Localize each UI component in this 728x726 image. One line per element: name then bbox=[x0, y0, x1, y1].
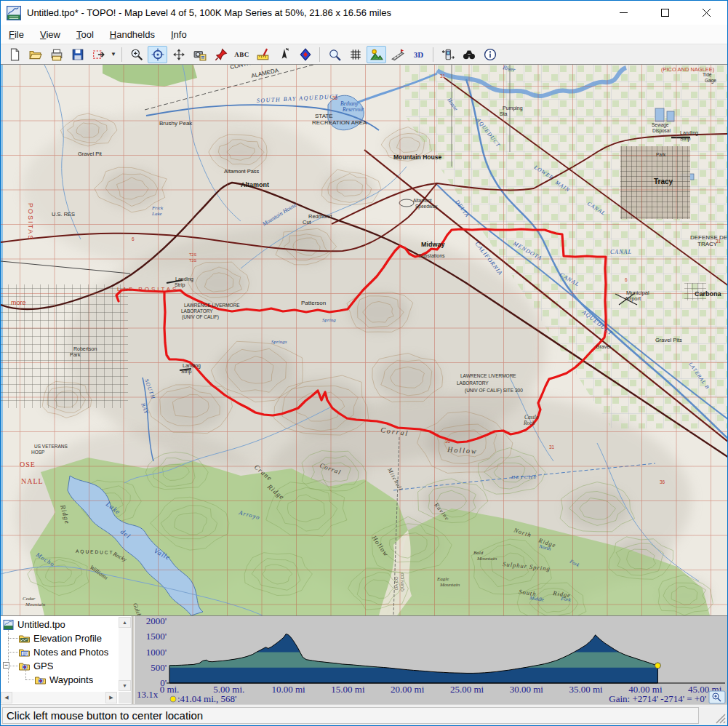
svg-text:LABORATORY: LABORATORY bbox=[181, 308, 213, 314]
cursor-marker-icon bbox=[170, 696, 176, 702]
measure-ruler-button[interactable] bbox=[253, 46, 273, 63]
compass-north-button[interactable] bbox=[274, 46, 294, 63]
minimize-button[interactable] bbox=[603, 1, 644, 25]
svg-text:T2S: T2S bbox=[189, 252, 196, 257]
find-binoculars-button[interactable] bbox=[459, 46, 479, 63]
profile-route-icon bbox=[391, 48, 404, 61]
info-circle-icon bbox=[484, 48, 497, 61]
compass-north-icon bbox=[278, 48, 291, 61]
gps-transfer-button[interactable] bbox=[438, 46, 457, 63]
svg-text:US VETERANS: US VETERANS bbox=[34, 444, 68, 449]
svg-text:Landing: Landing bbox=[183, 363, 201, 369]
svg-text:Altamont Pass: Altamont Pass bbox=[224, 168, 260, 175]
menu-item-view[interactable]: View bbox=[32, 26, 68, 43]
info-circle-button[interactable] bbox=[480, 46, 500, 63]
tree-scrollbar-horizontal[interactable] bbox=[12, 692, 105, 703]
maximize-button[interactable] bbox=[644, 1, 686, 25]
map-grid-icon bbox=[349, 48, 362, 61]
save-icon bbox=[71, 48, 84, 61]
svg-text:15.00 mi: 15.00 mi bbox=[331, 684, 365, 695]
preview-magnifier-icon bbox=[328, 48, 341, 61]
svg-text:Brushy Peak: Brushy Peak bbox=[159, 120, 193, 127]
toolbar-separator bbox=[121, 47, 122, 62]
resize-grip[interactable] bbox=[716, 714, 726, 724]
export-dropdown-caret[interactable]: ▼ bbox=[109, 46, 118, 63]
map-canvas[interactable]: CONTRAALAMEDASTATERECREATION AREABrushy … bbox=[1, 65, 727, 615]
save-button[interactable] bbox=[68, 46, 87, 63]
menu-item-info[interactable]: Info bbox=[163, 26, 195, 43]
title-bar: Untitled.tpo* - TOPO! - Map Level 4 of 5… bbox=[1, 1, 727, 25]
elevation-profile-chart[interactable]: 2000'1500'1000'500'0'0 mi.5.00 mi.10.00 … bbox=[135, 616, 728, 705]
status-text: Click left mouse button to center locati… bbox=[7, 709, 203, 722]
svg-text:25.00 mi: 25.00 mi bbox=[450, 684, 484, 695]
svg-text:36: 36 bbox=[445, 439, 451, 444]
center-tool-button[interactable] bbox=[148, 46, 167, 63]
tree-item-label: Elevation Profile bbox=[33, 633, 102, 644]
print-icon bbox=[50, 48, 63, 61]
close-button[interactable] bbox=[686, 1, 727, 25]
svg-text:U.S. RES: U.S. RES bbox=[52, 211, 75, 218]
svg-text:1000': 1000' bbox=[146, 647, 167, 658]
print-button[interactable] bbox=[47, 46, 66, 63]
tree-item-waypoints[interactable]: Waypoints bbox=[1, 673, 117, 687]
menu-item-handhelds[interactable]: Handhelds bbox=[102, 26, 163, 43]
three-d-label: 3D bbox=[414, 50, 423, 59]
tree-scroll-right[interactable]: ▶ bbox=[105, 692, 117, 703]
svg-text:Substations: Substations bbox=[418, 253, 445, 258]
profile-zoom-button[interactable] bbox=[709, 691, 725, 703]
tree-item-elevation-profile[interactable]: Elevation Profile bbox=[1, 631, 117, 645]
pushpin-button[interactable] bbox=[211, 46, 231, 63]
svg-text:Gravel Pit: Gravel Pit bbox=[78, 151, 103, 157]
svg-text:(PICO AND NAGLEE): (PICO AND NAGLEE) bbox=[661, 66, 715, 73]
tree-item-untitled-tpo[interactable]: Untitled.tpo bbox=[1, 618, 117, 631]
tree-item-notes-and-photos[interactable]: Notes and Photos bbox=[1, 645, 117, 659]
terrain-shading-icon bbox=[370, 48, 383, 61]
open-folder-button[interactable] bbox=[25, 46, 45, 63]
tree-expander-gps[interactable]: − bbox=[3, 662, 9, 669]
text-label-button[interactable]: ABC bbox=[232, 46, 252, 63]
document-tree-panel: Untitled.tpoElevation ProfileNotes and P… bbox=[1, 616, 132, 705]
svg-text:31: 31 bbox=[549, 444, 555, 450]
tree-scroll-down[interactable]: ▼ bbox=[119, 680, 131, 691]
svg-text:30.00 mi: 30.00 mi bbox=[510, 684, 544, 695]
window-controls bbox=[603, 1, 727, 25]
text-label-label: ABC bbox=[234, 51, 249, 58]
svg-text:Springs: Springs bbox=[271, 339, 287, 345]
svg-text:Airport: Airport bbox=[625, 295, 641, 302]
tree-scroll-up[interactable]: ▲ bbox=[119, 617, 131, 628]
status-bar: Click left mouse button to center locati… bbox=[1, 704, 727, 725]
waypoint-diamond-button[interactable] bbox=[295, 46, 315, 63]
map-grid-button[interactable] bbox=[345, 46, 365, 63]
svg-text:Speedway: Speedway bbox=[415, 204, 438, 210]
svg-text:Frick: Frick bbox=[151, 205, 164, 211]
new-document-button[interactable] bbox=[4, 46, 24, 63]
tree-item-gps[interactable]: GPS bbox=[1, 659, 117, 673]
svg-text:HOSP: HOSP bbox=[31, 450, 44, 455]
tree-item-label: Waypoints bbox=[49, 674, 93, 685]
pan-tool-button[interactable] bbox=[169, 46, 188, 63]
map-viewport: CONTRAALAMEDASTATERECREATION AREABrushy … bbox=[1, 65, 727, 615]
menu-item-file[interactable]: File bbox=[1, 26, 32, 43]
terrain-shading-button[interactable] bbox=[367, 46, 386, 63]
svg-text:Strip: Strip bbox=[680, 136, 691, 142]
svg-text:LAWRENCE LIVERMORE: LAWRENCE LIVERMORE bbox=[184, 303, 240, 308]
svg-text:Park: Park bbox=[70, 352, 81, 357]
app-icon bbox=[7, 6, 21, 20]
app-window: Untitled.tpo* - TOPO! - Map Level 4 of 5… bbox=[0, 0, 728, 726]
tree-item-label: Notes and Photos bbox=[33, 647, 108, 658]
svg-text:Landing: Landing bbox=[680, 130, 698, 136]
svg-text:Strip: Strip bbox=[181, 369, 192, 375]
svg-text:POSITAS: POSITAS bbox=[27, 203, 34, 241]
preview-magnifier-button[interactable] bbox=[324, 46, 344, 63]
svg-text:Spring: Spring bbox=[322, 317, 336, 323]
zoom-in-tool-button[interactable] bbox=[127, 46, 146, 63]
tree-scroll-left[interactable]: ◀ bbox=[1, 692, 12, 703]
profile-route-button[interactable] bbox=[388, 46, 407, 63]
tree-scrollbar-vertical[interactable] bbox=[119, 628, 131, 680]
export-selection-button[interactable] bbox=[89, 46, 108, 63]
three-d-button[interactable]: 3D bbox=[409, 46, 428, 63]
photo-notes-button[interactable] bbox=[190, 46, 209, 63]
menu-item-tool[interactable]: Tool bbox=[68, 26, 102, 43]
svg-text:Bald: Bald bbox=[473, 550, 484, 556]
svg-text:Cut: Cut bbox=[303, 219, 312, 226]
